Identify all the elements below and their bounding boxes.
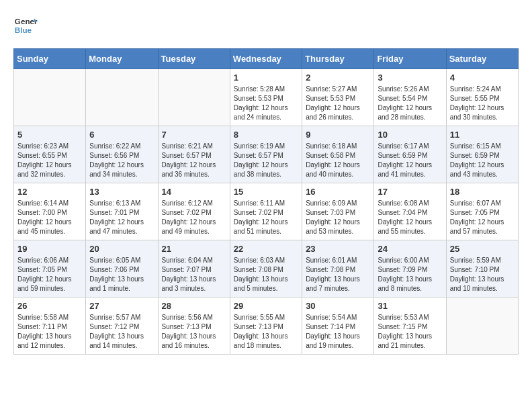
- day-detail: Sunrise: 6:22 AM Sunset: 6:56 PM Dayligh…: [89, 142, 154, 179]
- day-detail: Sunrise: 6:05 AM Sunset: 7:06 PM Dayligh…: [89, 256, 154, 293]
- day-number: 2: [306, 73, 370, 83]
- calendar-cell: 5Sunrise: 6:23 AM Sunset: 6:55 PM Daylig…: [14, 126, 86, 183]
- calendar-cell: 16Sunrise: 6:09 AM Sunset: 7:03 PM Dayli…: [302, 183, 374, 240]
- calendar-cell: 17Sunrise: 6:08 AM Sunset: 7:04 PM Dayli…: [374, 183, 446, 240]
- day-number: 1: [234, 73, 298, 83]
- logo: General Blue: [13, 13, 38, 38]
- calendar-cell: [86, 69, 158, 126]
- weekday-header-row: SundayMondayTuesdayWednesdayThursdayFrid…: [14, 49, 519, 69]
- weekday-header-tuesday: Tuesday: [158, 49, 230, 69]
- day-detail: Sunrise: 5:54 AM Sunset: 7:14 PM Dayligh…: [306, 313, 370, 351]
- calendar-cell: 11Sunrise: 6:15 AM Sunset: 6:59 PM Dayli…: [446, 126, 518, 183]
- calendar-cell: 19Sunrise: 6:06 AM Sunset: 7:05 PM Dayli…: [14, 240, 86, 298]
- calendar-cell: 25Sunrise: 5:59 AM Sunset: 7:10 PM Dayli…: [446, 240, 518, 298]
- calendar-cell: 7Sunrise: 6:21 AM Sunset: 6:57 PM Daylig…: [158, 126, 230, 183]
- day-number: 27: [89, 301, 154, 311]
- day-detail: Sunrise: 6:07 AM Sunset: 7:05 PM Dayligh…: [450, 199, 515, 236]
- week-row-2: 5Sunrise: 6:23 AM Sunset: 6:55 PM Daylig…: [14, 126, 519, 183]
- calendar-cell: 21Sunrise: 6:04 AM Sunset: 7:07 PM Dayli…: [158, 240, 230, 298]
- day-detail: Sunrise: 5:53 AM Sunset: 7:15 PM Dayligh…: [378, 313, 442, 351]
- day-number: 11: [450, 130, 515, 140]
- day-detail: Sunrise: 6:04 AM Sunset: 7:07 PM Dayligh…: [162, 256, 226, 293]
- day-number: 26: [17, 301, 82, 311]
- calendar-cell: 30Sunrise: 5:54 AM Sunset: 7:14 PM Dayli…: [302, 298, 374, 355]
- day-number: 22: [234, 244, 298, 254]
- calendar-cell: 31Sunrise: 5:53 AM Sunset: 7:15 PM Dayli…: [374, 298, 446, 355]
- day-number: 9: [306, 130, 370, 140]
- day-number: 13: [89, 187, 154, 197]
- day-detail: Sunrise: 5:24 AM Sunset: 5:55 PM Dayligh…: [450, 85, 515, 122]
- day-number: 24: [378, 244, 442, 254]
- day-detail: Sunrise: 6:18 AM Sunset: 6:58 PM Dayligh…: [306, 142, 370, 179]
- day-number: 5: [17, 130, 82, 140]
- day-detail: Sunrise: 6:13 AM Sunset: 7:01 PM Dayligh…: [89, 199, 154, 236]
- weekday-header-friday: Friday: [374, 49, 446, 69]
- day-number: 6: [89, 130, 154, 140]
- day-detail: Sunrise: 6:14 AM Sunset: 7:00 PM Dayligh…: [17, 199, 82, 236]
- calendar-cell: 14Sunrise: 6:12 AM Sunset: 7:02 PM Dayli…: [158, 183, 230, 240]
- day-number: 3: [378, 73, 442, 83]
- calendar-cell: 10Sunrise: 6:17 AM Sunset: 6:59 PM Dayli…: [374, 126, 446, 183]
- day-number: 30: [306, 301, 370, 311]
- day-detail: Sunrise: 6:15 AM Sunset: 6:59 PM Dayligh…: [450, 142, 515, 179]
- day-detail: Sunrise: 5:59 AM Sunset: 7:10 PM Dayligh…: [450, 256, 515, 293]
- calendar-cell: [14, 69, 86, 126]
- calendar-cell: 26Sunrise: 5:58 AM Sunset: 7:11 PM Dayli…: [14, 298, 86, 355]
- day-detail: Sunrise: 5:27 AM Sunset: 5:53 PM Dayligh…: [306, 85, 370, 122]
- day-detail: Sunrise: 6:17 AM Sunset: 6:59 PM Dayligh…: [378, 142, 442, 179]
- day-detail: Sunrise: 6:00 AM Sunset: 7:09 PM Dayligh…: [378, 256, 442, 293]
- day-number: 14: [162, 187, 226, 197]
- day-detail: Sunrise: 5:58 AM Sunset: 7:11 PM Dayligh…: [17, 313, 82, 351]
- day-detail: Sunrise: 6:21 AM Sunset: 6:57 PM Dayligh…: [162, 142, 226, 179]
- day-number: 23: [306, 244, 370, 254]
- day-number: 18: [450, 187, 515, 197]
- day-number: 31: [378, 301, 442, 311]
- day-number: 15: [234, 187, 298, 197]
- calendar-cell: 1Sunrise: 5:28 AM Sunset: 5:53 PM Daylig…: [230, 69, 302, 126]
- day-detail: Sunrise: 6:19 AM Sunset: 6:57 PM Dayligh…: [234, 142, 298, 179]
- day-detail: Sunrise: 6:06 AM Sunset: 7:05 PM Dayligh…: [17, 256, 82, 293]
- week-row-4: 19Sunrise: 6:06 AM Sunset: 7:05 PM Dayli…: [14, 240, 519, 298]
- svg-text:Blue: Blue: [15, 26, 32, 34]
- calendar-cell: 28Sunrise: 5:56 AM Sunset: 7:13 PM Dayli…: [158, 298, 230, 355]
- calendar-cell: 20Sunrise: 6:05 AM Sunset: 7:06 PM Dayli…: [86, 240, 158, 298]
- day-detail: Sunrise: 5:55 AM Sunset: 7:13 PM Dayligh…: [234, 313, 298, 351]
- calendar-cell: 12Sunrise: 6:14 AM Sunset: 7:00 PM Dayli…: [14, 183, 86, 240]
- calendar-cell: 9Sunrise: 6:18 AM Sunset: 6:58 PM Daylig…: [302, 126, 374, 183]
- calendar-cell: 15Sunrise: 6:11 AM Sunset: 7:02 PM Dayli…: [230, 183, 302, 240]
- day-detail: Sunrise: 5:28 AM Sunset: 5:53 PM Dayligh…: [234, 85, 298, 122]
- calendar-cell: 27Sunrise: 5:57 AM Sunset: 7:12 PM Dayli…: [86, 298, 158, 355]
- day-number: 10: [378, 130, 442, 140]
- calendar-cell: 22Sunrise: 6:03 AM Sunset: 7:08 PM Dayli…: [230, 240, 302, 298]
- calendar-cell: 24Sunrise: 6:00 AM Sunset: 7:09 PM Dayli…: [374, 240, 446, 298]
- day-number: 12: [17, 187, 82, 197]
- day-detail: Sunrise: 6:01 AM Sunset: 7:08 PM Dayligh…: [306, 256, 370, 293]
- logo-icon: General Blue: [13, 13, 38, 38]
- weekday-header-saturday: Saturday: [446, 49, 518, 69]
- day-detail: Sunrise: 6:03 AM Sunset: 7:08 PM Dayligh…: [234, 256, 298, 293]
- calendar-cell: [158, 69, 230, 126]
- day-number: 17: [378, 187, 442, 197]
- day-number: 29: [234, 301, 298, 311]
- calendar-cell: 8Sunrise: 6:19 AM Sunset: 6:57 PM Daylig…: [230, 126, 302, 183]
- calendar-cell: 4Sunrise: 5:24 AM Sunset: 5:55 PM Daylig…: [446, 69, 518, 126]
- week-row-1: 1Sunrise: 5:28 AM Sunset: 5:53 PM Daylig…: [14, 69, 519, 126]
- calendar-cell: 29Sunrise: 5:55 AM Sunset: 7:13 PM Dayli…: [230, 298, 302, 355]
- day-number: 25: [450, 244, 515, 254]
- day-number: 28: [162, 301, 226, 311]
- day-number: 7: [162, 130, 226, 140]
- day-number: 20: [89, 244, 154, 254]
- calendar-cell: 13Sunrise: 6:13 AM Sunset: 7:01 PM Dayli…: [86, 183, 158, 240]
- week-row-3: 12Sunrise: 6:14 AM Sunset: 7:00 PM Dayli…: [14, 183, 519, 240]
- weekday-header-thursday: Thursday: [302, 49, 374, 69]
- day-number: 19: [17, 244, 82, 254]
- day-number: 16: [306, 187, 370, 197]
- day-detail: Sunrise: 5:56 AM Sunset: 7:13 PM Dayligh…: [162, 313, 226, 351]
- week-row-5: 26Sunrise: 5:58 AM Sunset: 7:11 PM Dayli…: [14, 298, 519, 355]
- calendar-cell: 2Sunrise: 5:27 AM Sunset: 5:53 PM Daylig…: [302, 69, 374, 126]
- day-detail: Sunrise: 6:23 AM Sunset: 6:55 PM Dayligh…: [17, 142, 82, 179]
- calendar-cell: 6Sunrise: 6:22 AM Sunset: 6:56 PM Daylig…: [86, 126, 158, 183]
- page-header: General Blue: [13, 13, 519, 38]
- day-detail: Sunrise: 6:12 AM Sunset: 7:02 PM Dayligh…: [162, 199, 226, 236]
- calendar-cell: [446, 298, 518, 355]
